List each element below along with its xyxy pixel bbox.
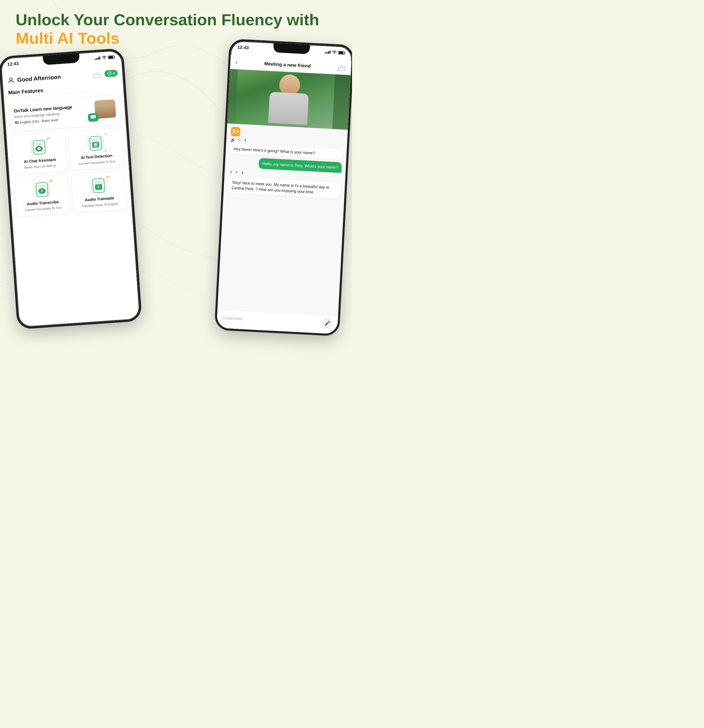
svg-rect-8 [94,145,95,146]
phone2-crown-icon[interactable] [338,64,346,72]
svg-rect-9 [96,145,97,146]
header: Unlock Your Conversation Fluency with Mu… [16,10,319,48]
signal-icon [95,56,101,60]
ontalk-image [89,99,116,122]
chat-title: Meeting a new friend [264,61,311,69]
share-icon[interactable]: ⬆ [244,138,247,143]
mic-icon: 🎙 [38,188,46,194]
feature-card-ai-text[interactable]: + AI Text Detection Convert Document To … [68,128,124,171]
svg-rect-1 [108,56,113,59]
battery-icon [108,55,115,59]
speaker-icon[interactable]: 🔊 [231,137,236,142]
scan-icon [92,142,100,148]
deco-plus-text: + [104,132,107,137]
phone2-wifi-icon [332,51,337,55]
phone2-status-icons [325,50,346,55]
mic-button[interactable]: 🎤 [322,318,333,329]
translate-badge-text: 文A [232,129,239,134]
message-1-wrapper: 文A 🔊 ⎘ ⬆ Hey there! How's it going? What… [229,127,343,160]
chat-bubble-icon: 💬 [35,146,43,152]
copy-icon[interactable]: ⎘ [238,138,241,143]
phone1-frame: 12:43 [0,48,142,329]
greeting-text: Good Afternoon [17,74,61,84]
p2-bottom-bar: (1 tokens left) 🎤 [216,309,338,334]
header-line1: Unlock Your Conversation Fluency with [16,10,319,29]
chat-deco-icon [90,114,96,120]
copy-icon-2[interactable]: ⎘ [235,170,238,175]
svg-rect-7 [96,143,97,144]
token-count: 2 [113,71,115,75]
phone1-wrapper: 12:43 [0,48,142,329]
p1-top-icons: T + 2 [92,69,118,79]
token-badge[interactable]: T + 2 [104,69,118,77]
tree-right [332,74,351,130]
wifi-icon [102,56,107,60]
p1-greeting: Good Afternoon [7,74,61,84]
phone1-status-icons [95,55,115,61]
message-2-text: Hello, my name is Tony. What's your name… [262,161,338,169]
message-3-text: Tony! Nice to meet you. My name is t's a… [231,180,329,194]
svg-point-2 [10,78,12,81]
svg-rect-6 [94,143,95,144]
tree-left [227,69,238,124]
phone2-wrapper: 12:43 [214,39,352,337]
message-3-bubble: Tony! Nice to meet you. My name is t's a… [228,177,341,199]
p1-top-bar: Good Afternoon T + 2 [7,69,118,85]
translate-badge-icon[interactable]: 文A [231,127,241,137]
phone2-battery-icon [338,51,346,55]
user-icon [7,77,15,84]
scan-svg-icon [94,142,98,147]
header-line2-start: Multi [16,29,57,47]
audio-transcribe-icon-container: 🎙 + [31,180,53,199]
translate-icon: 文 [95,184,102,190]
ai-chat-phone-icon: 💬 [33,140,45,155]
audio-translate-icon-container: 文 + [88,176,110,195]
feature-card-audio-translate[interactable]: 文 + Audio Translate Translate Audio To E… [71,170,127,213]
svg-rect-11 [339,52,343,54]
header-line2-highlight: AI Tools [57,29,120,47]
audio-transcribe-title: Audio Transcribe [27,199,59,206]
message-1-text: Hey there! How's it going? What is your … [234,147,315,155]
p2-chat-area: 文A 🔊 ⎘ ⬆ Hey there! How's it going? What… [224,123,348,202]
phone2-signal-icon [325,50,331,53]
person-container [267,74,311,125]
message-2-bubble: Hello, my name is Tony. What's your name… [258,158,342,173]
header-line2: Multi AI Tools [16,29,319,48]
phone1-notch [43,53,80,65]
svg-text:T: T [109,72,111,75]
deco-circle-text [104,149,107,152]
message-3-wrapper: ⏸ ⎘ ⬆ Tony! Nice to meet you. My name is… [228,170,341,199]
feature-card-audio-transcribe[interactable]: 🎙 + Audio Transcribe Convert Any Audio T… [14,174,71,217]
audio-transcribe-phone-icon: 🎙 [36,182,48,197]
ai-chat-title: AI Chat Assistant [24,157,56,164]
ontalk-card[interactable]: OnTalk Learn new language boost your lan… [9,94,121,132]
ai-text-icon-container: + [85,133,107,153]
deco-plus-transcribe: + [51,178,53,183]
features-grid: 💬 + AI Chat Assistant Boost Your Life Wi… [11,128,127,217]
svg-text:+: + [111,71,112,73]
ai-text-subtitle: Convert Document To Text [78,160,115,166]
ai-chat-icon-container: 💬 + [28,137,50,157]
token-icon: T + [107,71,112,76]
ai-text-title: AI Text Detection [81,153,112,160]
ai-chat-subtitle: Boost Your Life With AI [24,164,56,169]
pause-icon[interactable]: ⏸ [229,170,233,175]
deco-plus-translate: + [107,174,110,179]
audio-translate-phone-icon: 文 [92,178,105,193]
ontalk-info: OnTalk Learn new language boost your lan… [14,105,73,125]
chat-photo [227,69,351,130]
chat-photo-bg [227,69,351,130]
audio-translate-subtitle: Translate Audio To English [81,202,118,208]
person-body [268,92,309,125]
deco-plus-chat: + [48,136,50,141]
tokens-left-text: (1 tokens left) [222,316,243,321]
back-button[interactable]: ‹ [235,59,238,66]
phone2-content: ‹ Meeting a new friend [216,55,351,334]
feature-card-ai-chat[interactable]: 💬 + AI Chat Assistant Boost Your Life Wi… [11,132,68,175]
ai-text-phone-icon [89,136,102,151]
phone1-content: Good Afternoon T + 2 [1,65,140,327]
phone2-frame: 12:43 [214,39,352,337]
crown-icon[interactable] [92,70,102,79]
share-icon-2[interactable]: ⬆ [241,170,244,175]
phone1-time: 12:43 [7,61,19,67]
